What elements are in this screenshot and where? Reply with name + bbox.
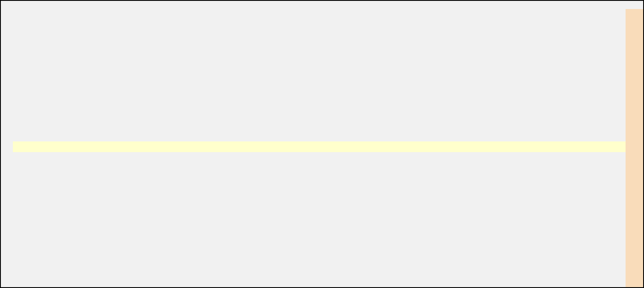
spectrograph-display [0, 0, 644, 288]
time-axis [13, 141, 626, 152]
frequency-scale [626, 9, 643, 288]
lcp-spectrogram [13, 152, 626, 282]
rcp-spectrogram [13, 12, 626, 141]
